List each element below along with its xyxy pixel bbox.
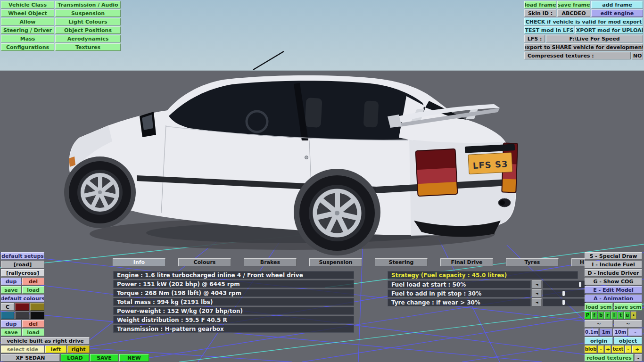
skin-id-label: Skin ID : [524, 9, 556, 17]
side-left-button[interactable]: left [45, 346, 66, 353]
lfs-path-button[interactable]: F:\Live For Speed [546, 35, 643, 42]
blob-minus-button[interactable]: - [598, 346, 604, 353]
toggle-r-button[interactable]: r [604, 312, 611, 319]
setup-save-button[interactable]: save [1, 286, 21, 294]
side-right-button[interactable]: right [67, 346, 90, 353]
toggle-u-button[interactable]: u [624, 312, 630, 319]
menu-item-mass[interactable]: Mass [1, 35, 54, 42]
colour-dup-button[interactable]: dup [1, 320, 21, 328]
fuel-pit-decrease-button[interactable]: ◄ [532, 289, 542, 297]
test-mod-button[interactable]: TEST mod in LFS [524, 26, 574, 34]
menu-item-textures[interactable]: Textures [55, 43, 121, 51]
tab-info[interactable]: Info [113, 258, 165, 266]
setup-road-button[interactable]: [road] [1, 261, 44, 268]
setup-del-button[interactable]: del [22, 278, 44, 285]
load-scm-button[interactable]: load scm [585, 303, 613, 311]
tilde-right-button[interactable]: ~ [614, 320, 642, 328]
load-frame-button[interactable]: load frame [524, 1, 556, 8]
edit-model-button[interactable]: E - Edit Model [585, 286, 642, 294]
menu-item-vehicle-class[interactable]: Vehicle Class [1, 1, 54, 8]
colour-load-button[interactable]: load [22, 329, 44, 336]
menu-item-transmission-audio[interactable]: Transmission / Audio [55, 1, 121, 8]
edit-engine-button[interactable]: edit engine [591, 9, 643, 17]
export-share-button[interactable]: export to SHARE vehicle for development [524, 43, 643, 51]
scale-1m-button[interactable]: 1m [600, 329, 612, 336]
menu-item-steering-driver[interactable]: Steering / Driver [1, 26, 54, 34]
colour-swatch-darkred[interactable] [15, 303, 29, 311]
object-button[interactable]: object [614, 337, 642, 345]
scale-dash-button[interactable]: - [628, 329, 642, 336]
scale-10m-button[interactable]: 10m [613, 329, 627, 336]
toggle-l-button[interactable]: l [611, 312, 617, 319]
include-driver-button[interactable]: D - Include Driver [585, 269, 642, 277]
reload-textures-button[interactable]: reload textures [585, 354, 634, 362]
setup-dup-button[interactable]: dup [1, 278, 21, 285]
fuel-load-decrease-button[interactable]: ◄ [532, 280, 542, 288]
menu-item-allow[interactable]: Allow [1, 18, 54, 25]
text-minus-button[interactable]: - [625, 346, 631, 353]
tyre-change-slider-thumb[interactable] [562, 300, 565, 305]
tab-tyres[interactable]: Tyres [506, 258, 559, 266]
tab-fragment[interactable]: H [571, 258, 586, 266]
menu-item-light-colours[interactable]: Light Colours [55, 18, 121, 25]
info-row-weight-distribution: Weight distribution : 59.5 F 40.5 R [113, 316, 354, 324]
compressed-textures-toggle[interactable]: NO [632, 52, 643, 59]
tab-steering[interactable]: Steering [375, 258, 428, 266]
blob-plus-button[interactable]: + [605, 346, 611, 353]
save-frame-button[interactable]: save frame [557, 1, 590, 8]
show-cog-button[interactable]: G - Show COG [585, 278, 642, 285]
tyre-change-slider[interactable] [543, 298, 586, 306]
tab-brakes[interactable]: Brakes [244, 258, 297, 266]
tab-final-drive[interactable]: Final Drive [440, 258, 493, 266]
fuel-load-slider[interactable] [543, 280, 586, 288]
setup-rallycross-button[interactable]: [rallycross] [1, 269, 44, 277]
reload-dash-button[interactable]: - [635, 354, 642, 362]
colour-save-button[interactable]: save [1, 329, 21, 336]
vehicle-new-button[interactable]: NEW [119, 354, 149, 362]
vehicle-name-button[interactable]: XF SEDAN [1, 354, 60, 362]
colour-swatch-black[interactable] [30, 312, 44, 319]
fuel-pit-slider-thumb[interactable] [562, 291, 565, 296]
select-side-label: select side [1, 346, 44, 353]
skin-id-value[interactable]: ABCDEO [557, 9, 590, 17]
fuel-load-slider-thumb[interactable] [579, 282, 581, 287]
menu-item-aerodynamics[interactable]: Aerodynamics [55, 35, 121, 42]
colour-swatch-teal[interactable] [1, 312, 14, 319]
include-fuel-button[interactable]: I - Include Fuel [585, 261, 642, 268]
animation-button[interactable]: A - Animation [585, 295, 642, 302]
toggle-b-button[interactable]: b [598, 312, 604, 319]
setup-load-button[interactable]: load [22, 286, 44, 294]
toggle-p-button[interactable]: P [585, 312, 591, 319]
toggle-f-button[interactable]: f [591, 312, 597, 319]
add-frame-button[interactable]: add frame [591, 1, 643, 8]
menu-item-object-positions[interactable]: Object Positions [55, 26, 121, 34]
origin-button[interactable]: origin [585, 337, 613, 345]
colour-del-button[interactable]: del [22, 320, 44, 328]
vehicle-save-button[interactable]: SAVE [90, 354, 118, 362]
check-valid-button[interactable]: CHECK if vehicle is valid for mod export [524, 18, 643, 25]
default-colours-button[interactable]: default colours [1, 295, 44, 302]
menu-item-configurations[interactable]: Configurations [1, 43, 54, 51]
fuel-pit-slider[interactable] [543, 289, 586, 297]
tyre-change-decrease-button[interactable]: ◄ [532, 298, 542, 306]
skin-row: Skin ID : ABCDEO edit engine [524, 9, 643, 17]
default-setups-button[interactable]: default setups [1, 252, 44, 260]
save-scm-button[interactable]: save scm [614, 303, 642, 311]
text-plus-button[interactable]: + [632, 346, 642, 353]
export-mod-button[interactable]: EXPORT mod for UPLOAD [575, 26, 643, 34]
toggle-dot-button[interactable]: • [631, 312, 636, 319]
tab-suspension[interactable]: Suspension [309, 258, 362, 266]
colour-swatch-olive[interactable] [30, 303, 44, 311]
menu-item-wheel-object[interactable]: Wheel Object [1, 9, 54, 17]
blob-button[interactable]: blob [585, 346, 597, 353]
colour-c-button[interactable]: C [1, 303, 14, 311]
colour-swatch-gray[interactable] [15, 312, 29, 319]
toggle-t-button[interactable]: t [618, 312, 624, 319]
vehicle-load-button[interactable]: LOAD [61, 354, 89, 362]
tab-colours[interactable]: Colours [178, 258, 231, 266]
tilde-left-button[interactable]: ~ [585, 320, 613, 328]
special-draw-button[interactable]: S - Special Draw [585, 252, 642, 260]
menu-item-suspension[interactable]: Suspension [55, 9, 121, 17]
text-button[interactable]: text [612, 346, 624, 353]
scale-01m-button[interactable]: 0.1m [585, 329, 599, 336]
